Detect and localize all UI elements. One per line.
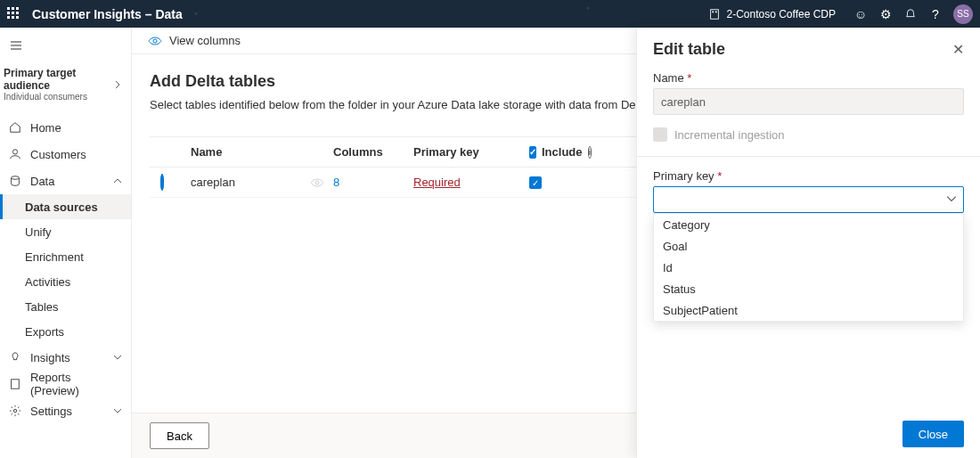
row-include-checkbox[interactable]: ✓ [529, 176, 542, 189]
nav-exports[interactable]: Exports [0, 319, 131, 344]
chevron-right-icon [113, 80, 122, 89]
dropdown-option[interactable]: Status [654, 278, 963, 299]
smile-icon[interactable]: ☺ [848, 2, 873, 27]
row-radio[interactable] [160, 174, 164, 191]
incremental-label: Incremental ingestion [674, 128, 785, 142]
preview-icon[interactable] [310, 176, 324, 190]
svg-point-8 [315, 181, 319, 184]
gear-icon[interactable]: ⚙ [873, 2, 898, 27]
chevron-down-icon [113, 353, 122, 362]
people-icon [9, 148, 21, 160]
incremental-row: Incremental ingestion [653, 127, 964, 142]
app-title: Customer Insights – Data [32, 7, 183, 21]
include-all-checkbox[interactable]: ✓ [529, 146, 536, 159]
row-primary-key[interactable]: Required [413, 176, 461, 189]
svg-rect-0 [711, 9, 719, 19]
nav-reports[interactable]: Reports (Preview) [0, 371, 131, 397]
svg-point-7 [153, 39, 157, 43]
name-input[interactable] [653, 88, 964, 115]
primary-key-combobox[interactable] [653, 186, 964, 213]
lightbulb-icon [9, 351, 21, 364]
col-include: Include [542, 145, 583, 159]
nav-tables[interactable]: Tables [0, 294, 131, 319]
primary-key-label: Primary key * [653, 169, 964, 183]
nav-home[interactable]: Home [0, 114, 131, 141]
gear-icon [9, 405, 21, 417]
hamburger-button[interactable] [0, 28, 131, 63]
audience-selector[interactable]: Primary target audience Individual consu… [0, 63, 131, 114]
audience-value: Individual consumers [4, 92, 113, 102]
name-label: Name * [653, 71, 964, 85]
svg-point-4 [12, 176, 20, 180]
dropdown-option[interactable]: Id [654, 257, 963, 278]
svg-rect-2 [715, 11, 717, 12]
edit-table-panel: Edit table ✕ Name * Incremental ingestio… [636, 28, 980, 458]
svg-point-3 [12, 150, 17, 154]
dropdown-option[interactable]: Goal [654, 235, 963, 257]
row-name: careplan [191, 176, 235, 189]
dropdown-option[interactable]: Category [654, 214, 963, 235]
svg-rect-1 [713, 11, 715, 12]
col-primary-key: Primary key [413, 145, 529, 159]
report-icon [9, 378, 21, 390]
eye-icon [148, 34, 162, 48]
svg-point-6 [13, 409, 17, 413]
app-launcher-icon[interactable] [7, 7, 21, 21]
top-bar: Customer Insights – Data 2-Contoso Coffe… [0, 0, 980, 28]
environment-picker[interactable]: 2-Contoso Coffee CDP [708, 8, 836, 20]
divider [637, 156, 980, 157]
environment-name: 2-Contoso Coffee CDP [726, 8, 836, 20]
nav-activities[interactable]: Activities [0, 269, 131, 294]
back-button[interactable]: Back [150, 422, 209, 449]
sidebar: Primary target audience Individual consu… [0, 28, 132, 458]
nav-unify[interactable]: Unify [0, 219, 131, 244]
dropdown-option[interactable]: SubjectPatient [654, 299, 963, 321]
audience-label: Primary target audience [4, 67, 113, 92]
view-columns-button[interactable]: View columns [169, 34, 241, 47]
row-columns-link[interactable]: 8 [333, 176, 339, 189]
avatar[interactable]: SS [953, 4, 973, 24]
close-icon[interactable]: ✕ [952, 41, 964, 58]
col-columns: Columns [333, 145, 413, 159]
primary-key-dropdown: Category Goal Id Status SubjectPatient [653, 213, 964, 322]
svg-rect-5 [12, 380, 20, 388]
help-icon[interactable]: ? [923, 2, 948, 27]
incremental-checkbox [653, 127, 667, 142]
chevron-down-icon [113, 406, 122, 415]
panel-title: Edit table [653, 40, 952, 59]
nav-settings[interactable]: Settings [0, 397, 131, 424]
building-icon [708, 8, 721, 20]
nav-data[interactable]: Data [0, 168, 131, 194]
nav-insights[interactable]: Insights [0, 344, 131, 371]
nav-enrichment[interactable]: Enrichment [0, 244, 131, 269]
home-icon [9, 121, 21, 134]
info-icon[interactable]: i [588, 146, 592, 159]
nav-customers[interactable]: Customers [0, 141, 131, 168]
close-button[interactable]: Close [902, 421, 964, 447]
bell-icon[interactable] [898, 2, 923, 27]
nav-data-sources[interactable]: Data sources [0, 194, 131, 219]
col-name: Name [191, 145, 333, 159]
chevron-up-icon [113, 176, 122, 185]
database-icon [9, 175, 21, 187]
